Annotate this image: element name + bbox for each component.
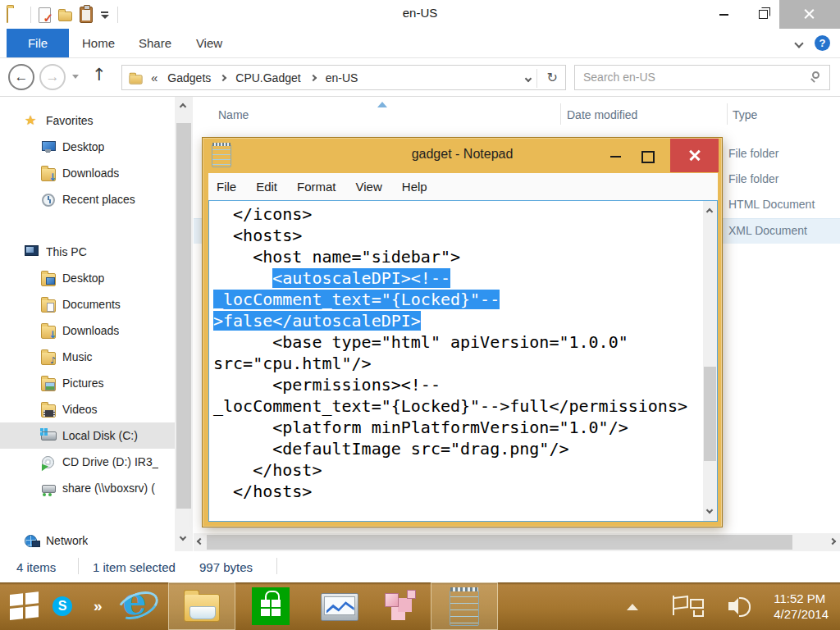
breadcrumb-en-us[interactable]: en-US	[326, 71, 358, 84]
taskbar-button-notepad[interactable]	[431, 582, 498, 630]
sidebar-item-cd-drive-d-ir3[interactable]: CD Drive (D:) IR3_	[0, 449, 175, 475]
taskbar-button-store[interactable]	[252, 582, 290, 630]
column-header-name[interactable]: Name	[218, 108, 249, 121]
scroll-down-icon[interactable]	[180, 534, 186, 541]
notepad-maximize-button[interactable]	[636, 148, 660, 166]
column-headers: Name Date modified Type	[194, 100, 840, 133]
sidebar-item-label: Music	[62, 350, 93, 363]
scroll-down-icon[interactable]	[706, 507, 713, 514]
notepad-content: </icons> <hosts> <host name="sidebar"> <…	[209, 203, 701, 502]
sidebar-item-share-vboxsrv[interactable]: share (\\vboxsrv) (	[0, 475, 175, 501]
text-segment: <platform minPlatformVersion="1.0"/>	[213, 418, 628, 437]
notepad-line: >false</autoscaleDPI>	[213, 310, 701, 331]
taskbar-button-internet-explorer[interactable]	[117, 582, 155, 630]
sidebar-item-this-pc[interactable]: This PC	[0, 239, 175, 265]
sidebar-item-recent-places[interactable]: Recent places	[0, 186, 175, 212]
file-explorer-icon	[184, 594, 220, 622]
breadcrumb-separator-icon[interactable]	[220, 74, 226, 80]
sidebar-item-downloads[interactable]: Downloads	[0, 160, 175, 186]
menu-edit[interactable]: Edit	[256, 180, 277, 194]
breadcrumb-cpu-gadget[interactable]: CPU.Gadget	[235, 71, 300, 84]
notepad-titlebar[interactable]: gadget - Notepad	[203, 138, 722, 173]
explorer-restore-button[interactable]	[742, 0, 779, 29]
computer-icon	[25, 245, 39, 258]
menu-file[interactable]: File	[217, 180, 236, 194]
nav-scrollbar-thumb[interactable]	[176, 123, 191, 509]
sort-ascending-icon[interactable]	[377, 102, 387, 107]
address-bar[interactable]: « Gadgets CPU.Gadget en-US ↻	[121, 65, 566, 90]
back-button[interactable]: ←	[8, 64, 34, 90]
help-button[interactable]: ?	[815, 35, 830, 51]
forward-button[interactable]: →	[39, 64, 66, 90]
text-segment	[213, 268, 272, 288]
nav-scrollbar[interactable]	[175, 97, 193, 551]
sidebar-item-videos[interactable]: Videos	[0, 396, 175, 422]
file-type-cell: File folder	[728, 147, 778, 160]
horizontal-scrollbar-thumb[interactable]	[207, 535, 792, 550]
notepad-text-area[interactable]: </icons> <hosts> <host name="sidebar"> <…	[208, 200, 718, 522]
breadcrumb-collapsed-icon[interactable]: «	[151, 71, 158, 84]
horizontal-scrollbar[interactable]	[194, 533, 840, 551]
column-separator[interactable]	[727, 103, 728, 125]
monitor-icon	[41, 140, 56, 153]
scroll-left-icon[interactable]	[197, 538, 203, 545]
history-dropdown-icon[interactable]	[72, 75, 79, 79]
column-header-type[interactable]: Type	[733, 108, 757, 121]
search-input[interactable]: Search en-US	[574, 65, 830, 90]
taskbar-clock[interactable]: 11:52 PM 4/27/2014	[774, 591, 829, 622]
text-segment: <hosts>	[213, 226, 302, 245]
sidebar-item-label: Favorites	[46, 114, 94, 127]
notepad-scrollbar-thumb[interactable]	[704, 367, 716, 461]
explorer-titlebar[interactable]: en-US	[0, 0, 840, 29]
sidebar-item-documents[interactable]: Documents	[0, 291, 175, 317]
sidebar-item-desktop[interactable]: Desktop	[0, 134, 175, 160]
sidebar-item-music[interactable]: Music	[0, 344, 175, 370]
sidebar-item-pictures[interactable]: Pictures	[0, 370, 175, 396]
scroll-up-icon[interactable]	[180, 103, 186, 110]
ribbon-tab-bar: File Home Share View ?	[0, 29, 840, 58]
sidebar-item-local-disk-c[interactable]: Local Disk (C:)	[0, 422, 175, 449]
breadcrumb-gadgets[interactable]: Gadgets	[167, 71, 211, 84]
tab-home[interactable]: Home	[75, 29, 121, 57]
notepad-minimize-button[interactable]	[603, 148, 628, 166]
notepad-scrollbar[interactable]	[703, 201, 717, 521]
notepad-line: <host name="sidebar">	[213, 246, 701, 267]
sidebar-item-network[interactable]: Network	[0, 527, 175, 554]
notepad-close-button[interactable]	[670, 139, 719, 172]
taskbar-button-skype[interactable]: S	[52, 582, 72, 630]
text-segment: </hosts>	[213, 482, 312, 501]
refresh-button[interactable]: ↻	[547, 70, 558, 85]
up-button[interactable]: ↑	[92, 65, 107, 84]
menu-format[interactable]: Format	[297, 180, 336, 194]
menu-help[interactable]: Help	[402, 180, 427, 194]
show-hidden-icons-button[interactable]	[627, 604, 638, 610]
status-bar: 4 items 1 item selected 997 bytes	[0, 551, 840, 582]
tab-file[interactable]: File	[7, 29, 69, 57]
sidebar-item-favorites[interactable]: Favorites	[0, 107, 175, 134]
column-separator[interactable]	[560, 103, 561, 125]
sidebar-item-downloads[interactable]: Downloads	[0, 317, 175, 344]
volume-icon[interactable]	[728, 602, 735, 610]
address-dropdown-icon[interactable]	[525, 75, 532, 82]
taskbar-button-performance-monitor[interactable]	[321, 582, 358, 630]
network-tray-icon[interactable]	[690, 599, 704, 609]
taskbar-button-start[interactable]	[10, 582, 39, 630]
breadcrumb-separator-icon[interactable]	[309, 74, 316, 80]
action-center-flag-icon[interactable]	[673, 596, 674, 615]
sidebar-item-desktop[interactable]: Desktop	[0, 265, 175, 291]
sidebar-item-label: Videos	[62, 403, 98, 416]
explorer-close-button[interactable]	[779, 0, 840, 29]
taskbar-button-registry-editor[interactable]	[381, 582, 418, 630]
folder-download-icon	[41, 326, 56, 339]
tab-view[interactable]: View	[187, 29, 231, 57]
scroll-up-icon[interactable]	[706, 208, 713, 215]
search-icon[interactable]	[812, 71, 819, 79]
explorer-minimize-button[interactable]	[705, 0, 742, 29]
taskbar-button-pinned-overflow[interactable]: »	[94, 582, 103, 630]
scroll-right-icon[interactable]	[829, 538, 836, 545]
menu-view[interactable]: View	[356, 180, 382, 194]
tab-share[interactable]: Share	[131, 29, 179, 57]
column-header-date-modified[interactable]: Date modified	[567, 108, 637, 121]
taskbar-button-file-explorer[interactable]	[168, 582, 235, 630]
expand-ribbon-chevron-icon[interactable]	[794, 39, 803, 48]
